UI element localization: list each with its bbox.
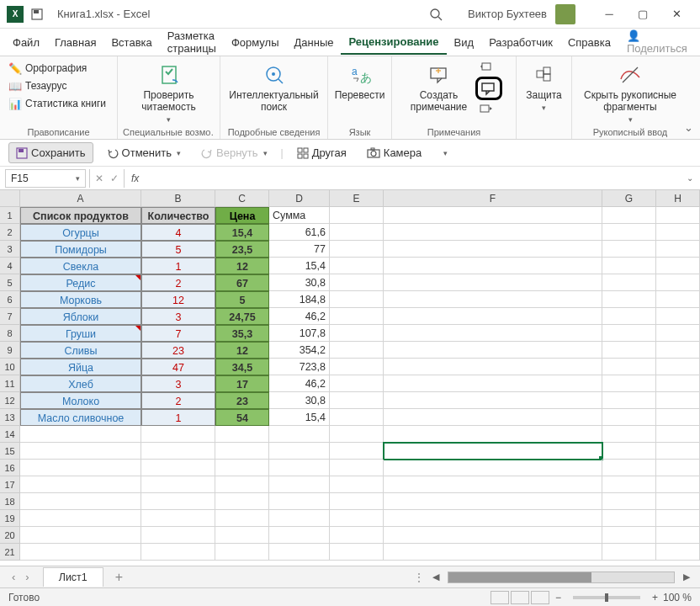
cell[interactable] bbox=[330, 544, 384, 561]
row-header[interactable]: 4 bbox=[0, 258, 20, 274]
cell[interactable]: 24,75 bbox=[215, 308, 269, 325]
tab-help[interactable]: Справка bbox=[560, 31, 618, 54]
other-button[interactable]: Другая bbox=[290, 143, 353, 162]
cell[interactable] bbox=[330, 527, 384, 544]
next-comment-button[interactable] bbox=[475, 102, 502, 117]
cell[interactable]: 35,3 bbox=[215, 325, 269, 342]
cell[interactable] bbox=[384, 308, 602, 325]
cell[interactable] bbox=[141, 426, 215, 443]
cell[interactable] bbox=[656, 443, 700, 460]
row-header[interactable]: 19 bbox=[0, 510, 20, 527]
cell[interactable]: 30,8 bbox=[269, 274, 330, 291]
cell[interactable] bbox=[384, 342, 602, 359]
cell[interactable] bbox=[656, 325, 700, 342]
cell[interactable] bbox=[20, 544, 141, 561]
row-header[interactable]: 12 bbox=[0, 392, 20, 409]
cell[interactable]: 184,8 bbox=[269, 291, 330, 308]
cell[interactable] bbox=[330, 426, 384, 443]
avatar[interactable] bbox=[555, 4, 575, 24]
hscroll-left[interactable]: ◀ bbox=[429, 571, 443, 582]
stats-button[interactable]: 📊Статистика книги bbox=[5, 95, 109, 112]
cell[interactable] bbox=[215, 510, 269, 527]
row-header[interactable]: 18 bbox=[0, 493, 20, 510]
cell[interactable] bbox=[330, 325, 384, 342]
cell[interactable] bbox=[330, 493, 384, 510]
row-header[interactable]: 11 bbox=[0, 375, 20, 392]
cell[interactable]: Огурцы bbox=[20, 224, 141, 241]
cell[interactable] bbox=[141, 476, 215, 493]
row-header[interactable]: 8 bbox=[0, 325, 20, 342]
row-header[interactable]: 13 bbox=[0, 409, 20, 426]
select-all-corner[interactable] bbox=[0, 190, 20, 206]
row-header[interactable]: 17 bbox=[0, 476, 20, 493]
col-header[interactable]: H bbox=[656, 190, 700, 206]
tab-layout[interactable]: Разметка страницы bbox=[160, 24, 224, 60]
cell[interactable]: 61,6 bbox=[269, 224, 330, 241]
cell[interactable]: 354,2 bbox=[269, 342, 330, 359]
cell[interactable] bbox=[20, 426, 141, 443]
cell[interactable]: 77 bbox=[269, 241, 330, 258]
cell[interactable] bbox=[330, 476, 384, 493]
cell[interactable] bbox=[656, 375, 700, 392]
cell[interactable] bbox=[656, 207, 700, 224]
cell[interactable] bbox=[602, 258, 656, 274]
cell[interactable] bbox=[384, 392, 602, 409]
cell[interactable]: 30,8 bbox=[269, 392, 330, 409]
cell[interactable]: 23,5 bbox=[215, 241, 269, 258]
cell[interactable]: 1 bbox=[141, 258, 215, 274]
row-header[interactable]: 15 bbox=[0, 443, 20, 460]
cell[interactable] bbox=[20, 527, 141, 544]
view-normal-button[interactable] bbox=[491, 591, 509, 604]
cell[interactable] bbox=[656, 274, 700, 291]
cell[interactable] bbox=[215, 527, 269, 544]
col-header[interactable]: F bbox=[384, 190, 602, 206]
cell[interactable] bbox=[602, 510, 656, 527]
sheet-tab[interactable]: Лист1 bbox=[43, 567, 103, 587]
hscroll-track[interactable] bbox=[448, 571, 675, 583]
cell[interactable] bbox=[215, 544, 269, 561]
cell[interactable] bbox=[656, 476, 700, 493]
hide-ink-button[interactable]: Скрыть рукописные фрагменты ▾ bbox=[579, 60, 681, 125]
tab-home[interactable]: Главная bbox=[47, 31, 103, 54]
cell[interactable] bbox=[602, 527, 656, 544]
cell[interactable] bbox=[269, 510, 330, 527]
collapse-ribbon-icon[interactable]: ⌄ bbox=[684, 121, 693, 134]
col-header[interactable]: B bbox=[141, 190, 215, 206]
smart-lookup-button[interactable]: Интеллектуальный поиск bbox=[224, 60, 323, 125]
cell[interactable] bbox=[656, 460, 700, 476]
cell[interactable]: 47 bbox=[141, 359, 215, 375]
cell[interactable] bbox=[330, 359, 384, 375]
add-sheet-button[interactable]: + bbox=[103, 570, 135, 585]
cell[interactable]: Масло сливочное bbox=[20, 409, 141, 426]
row-header[interactable]: 16 bbox=[0, 460, 20, 476]
cell[interactable] bbox=[656, 291, 700, 308]
cell[interactable] bbox=[215, 443, 269, 460]
cell[interactable] bbox=[656, 258, 700, 274]
fx-icon[interactable]: fx bbox=[131, 173, 139, 184]
cell[interactable]: 1 bbox=[141, 409, 215, 426]
thesaurus-button[interactable]: 📖Тезаурус bbox=[5, 77, 109, 94]
cell[interactable]: Груши bbox=[20, 325, 141, 342]
cell[interactable] bbox=[656, 342, 700, 359]
cell[interactable] bbox=[602, 409, 656, 426]
cell[interactable] bbox=[269, 443, 330, 460]
col-header[interactable]: E bbox=[330, 190, 384, 206]
cell[interactable]: 54 bbox=[215, 409, 269, 426]
cell[interactable] bbox=[602, 392, 656, 409]
row-header[interactable]: 1 bbox=[0, 207, 20, 224]
spelling-button[interactable]: ✏️Орфография bbox=[5, 60, 109, 77]
row-header[interactable]: 10 bbox=[0, 359, 20, 375]
sheet-nav-next[interactable]: › bbox=[20, 571, 34, 583]
cell[interactable]: Сливы bbox=[20, 342, 141, 359]
cell[interactable] bbox=[269, 544, 330, 561]
cell[interactable]: 723,8 bbox=[269, 359, 330, 375]
row-header[interactable]: 9 bbox=[0, 342, 20, 359]
view-layout-button[interactable] bbox=[511, 591, 529, 604]
formula-input[interactable] bbox=[139, 169, 687, 188]
cell[interactable] bbox=[384, 476, 602, 493]
cell[interactable] bbox=[141, 527, 215, 544]
cell[interactable]: Цена bbox=[215, 207, 269, 224]
check-accessibility-button[interactable]: Проверить читаемость ▾ bbox=[136, 60, 200, 125]
cell[interactable] bbox=[384, 375, 602, 392]
cell[interactable] bbox=[20, 510, 141, 527]
